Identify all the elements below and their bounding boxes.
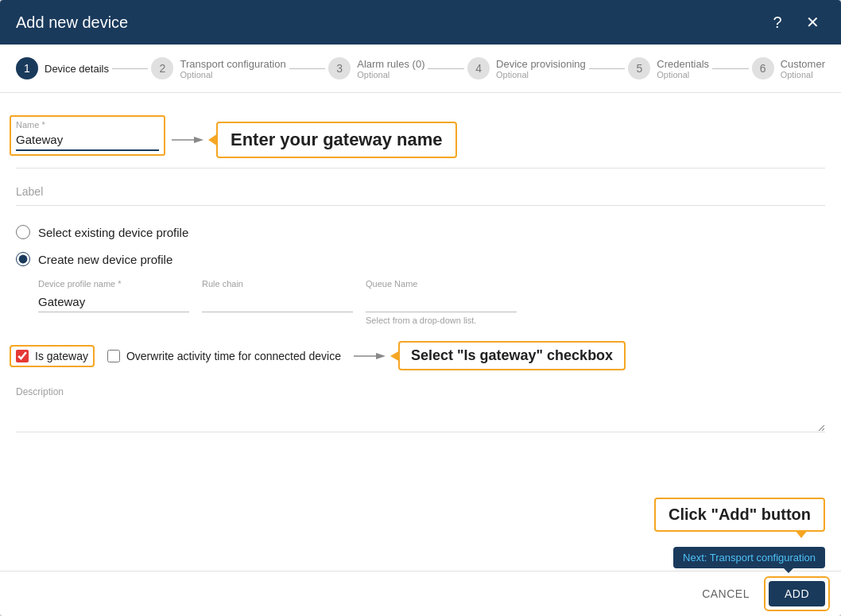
is-gateway-checkbox[interactable] xyxy=(16,350,29,362)
radio-select-existing-input[interactable] xyxy=(16,225,30,239)
modal-header: Add new device ? ✕ xyxy=(0,0,841,45)
rule-chain-input[interactable] xyxy=(202,292,353,312)
step-5-circle: 5 xyxy=(628,57,650,79)
queue-name-hint: Select from a drop-down list. xyxy=(366,316,517,325)
checkboxes-row: Is gateway Overwrite activity time for c… xyxy=(16,350,341,362)
svg-marker-3 xyxy=(376,353,386,359)
rule-chain-field: Rule chain xyxy=(202,279,353,312)
name-field-label: Name * xyxy=(16,120,159,130)
step-2-info: Transport configuration Optional xyxy=(180,58,285,79)
radio-create-new-label: Create new device profile xyxy=(38,253,172,266)
step-1-circle: 1 xyxy=(16,57,38,79)
overwrite-checkbox-item[interactable]: Overwrite activity time for connected de… xyxy=(107,350,341,362)
add-button-wrapper: Add xyxy=(769,581,825,606)
radio-select-existing[interactable]: Select existing device profile xyxy=(16,225,825,239)
description-section: Description xyxy=(16,386,825,436)
step-2-label: Transport configuration xyxy=(180,58,285,70)
connector-3-4 xyxy=(428,68,464,69)
name-section: Name * Enter your gateway name xyxy=(16,112,825,169)
add-device-modal: Add new device ? ✕ 1 Device details 2 Tr… xyxy=(0,0,841,616)
is-gateway-checkbox-item[interactable]: Is gateway xyxy=(16,350,88,362)
add-annotation: Click "Add" button xyxy=(654,498,825,532)
step-5-sublabel: Optional xyxy=(657,70,709,79)
svg-marker-1 xyxy=(194,137,203,143)
queue-name-field: Queue Name Select from a drop-down list. xyxy=(366,279,517,325)
step-1-label: Device details xyxy=(45,63,109,75)
gateway-arrow xyxy=(354,350,386,362)
description-textarea[interactable] xyxy=(16,401,825,432)
name-input[interactable] xyxy=(16,130,159,151)
profile-name-label: Device profile name * xyxy=(38,279,189,289)
step-5: 5 Credentials Optional xyxy=(628,57,709,79)
step-2: 2 Transport configuration Optional xyxy=(151,57,285,79)
checkboxes-section: Is gateway Overwrite activity time for c… xyxy=(16,341,825,370)
queue-name-input[interactable] xyxy=(366,292,517,312)
arrow-connector xyxy=(172,134,203,146)
overwrite-checkbox[interactable] xyxy=(107,350,120,362)
modal-title: Add new device xyxy=(16,14,128,32)
connector-5-6 xyxy=(712,68,749,69)
connector-2-3 xyxy=(289,68,326,69)
name-annotation: Enter your gateway name xyxy=(216,122,457,158)
description-label: Description xyxy=(16,386,825,397)
label-field-wrapper: Label xyxy=(16,184,825,206)
next-tooltip: Next: Transport configuration xyxy=(673,547,825,568)
step-4: 4 Device provisioning Optional xyxy=(467,57,586,79)
step-6-info: Customer Optional xyxy=(781,58,825,79)
cancel-button[interactable]: Cancel xyxy=(689,581,762,606)
profile-name-input[interactable] xyxy=(38,292,189,312)
help-button[interactable]: ? xyxy=(765,10,790,35)
name-row: Name * Enter your gateway name xyxy=(16,112,825,158)
step-6-circle: 6 xyxy=(752,57,774,79)
profile-name-field: Device profile name * xyxy=(38,279,189,312)
profile-fields-row: Device profile name * Rule chain Queue N… xyxy=(38,279,825,325)
step-4-sublabel: Optional xyxy=(496,70,586,79)
radio-group: Select existing device profile Create ne… xyxy=(16,225,825,325)
step-3-label: Alarm rules (0) xyxy=(357,58,424,70)
step-1: 1 Device details xyxy=(16,57,109,79)
step-4-label: Device provisioning xyxy=(496,58,586,70)
step-3-circle: 3 xyxy=(328,57,351,79)
arrow-icon xyxy=(172,134,203,146)
overwrite-label: Overwrite activity time for connected de… xyxy=(126,350,341,362)
rule-chain-label: Rule chain xyxy=(202,279,353,289)
stepper: 1 Device details 2 Transport configurati… xyxy=(0,45,841,93)
step-4-info: Device provisioning Optional xyxy=(496,58,586,79)
step-3: 3 Alarm rules (0) Optional xyxy=(328,57,424,79)
radio-select-existing-label: Select existing device profile xyxy=(38,226,188,239)
step-6: 6 Customer Optional xyxy=(752,57,825,79)
step-5-info: Credentials Optional xyxy=(657,58,709,79)
step-2-sublabel: Optional xyxy=(180,70,285,79)
step-3-sublabel: Optional xyxy=(357,70,424,79)
step-3-info: Alarm rules (0) Optional xyxy=(357,58,424,79)
header-actions: ? ✕ xyxy=(765,10,825,35)
checkboxes-and-annotation: Is gateway Overwrite activity time for c… xyxy=(16,341,825,370)
radio-create-new-wrapper: Create new device profile Device profile… xyxy=(16,252,825,325)
connector-4-5 xyxy=(589,68,626,69)
step-5-label: Credentials xyxy=(657,58,709,70)
radio-create-new-input[interactable] xyxy=(16,252,30,266)
step-6-label: Customer xyxy=(781,58,825,70)
name-input-wrapper: Name * xyxy=(16,120,159,151)
close-button[interactable]: ✕ xyxy=(800,10,825,35)
step-4-circle: 4 xyxy=(467,57,490,79)
add-button[interactable]: Add xyxy=(769,581,825,606)
connector-1-2 xyxy=(112,68,149,69)
gateway-annotation: Select "Is gateway" checkbox xyxy=(398,341,626,370)
step-1-info: Device details xyxy=(45,63,109,75)
gateway-arrow-icon xyxy=(354,350,386,362)
radio-create-new[interactable]: Create new device profile xyxy=(16,252,825,266)
step-2-circle: 2 xyxy=(151,57,173,79)
queue-name-label: Queue Name xyxy=(366,279,517,289)
step-6-sublabel: Optional xyxy=(781,70,825,79)
label-placeholder: Label xyxy=(16,185,43,198)
modal-footer: Click "Add" button Next: Transport confi… xyxy=(0,571,841,616)
is-gateway-label: Is gateway xyxy=(35,350,88,362)
